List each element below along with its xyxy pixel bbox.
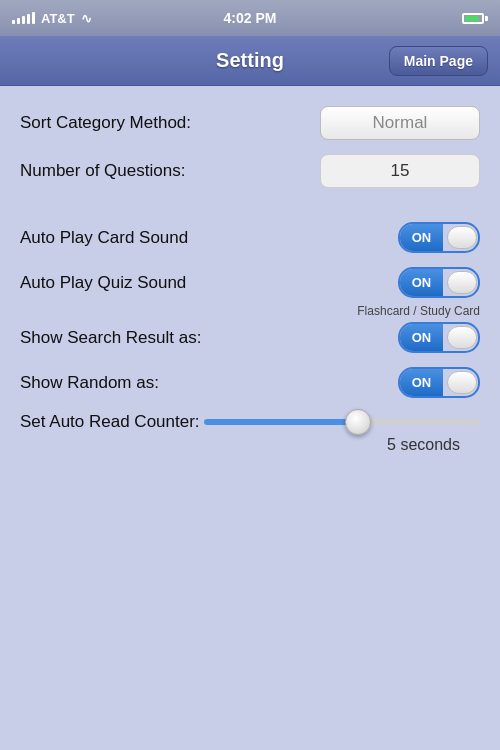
slider-seconds-value: 5 seconds	[20, 436, 460, 454]
show-random-toggle[interactable]: ON	[398, 367, 480, 398]
toggle-on-text: ON	[412, 375, 432, 390]
sort-category-row: Sort Category Method: Normal	[20, 106, 480, 140]
wifi-icon: ∿	[81, 11, 92, 26]
status-right	[462, 13, 488, 24]
toggle-on-section: ON	[400, 224, 443, 251]
num-questions-label: Number of Questions:	[20, 161, 185, 181]
sort-category-label: Sort Category Method:	[20, 113, 191, 133]
auto-play-card-sound-label: Auto Play Card Sound	[20, 228, 188, 248]
auto-play-quiz-sound-label: Auto Play Quiz Sound	[20, 273, 186, 293]
toggle-knob	[447, 371, 477, 394]
toggle-on-section: ON	[400, 324, 443, 351]
auto-play-card-sound-row: Auto Play Card Sound ON	[20, 222, 480, 253]
auto-read-counter-slider[interactable]	[204, 419, 480, 425]
auto-read-counter-row: Set Auto Read Counter:	[20, 412, 480, 432]
show-random-row: Show Random as: ON	[20, 367, 480, 398]
status-left: AT&T ∿	[12, 11, 92, 26]
toggle-knob	[447, 326, 477, 349]
slider-thumb	[345, 409, 371, 435]
show-search-result-label: Show Search Result as:	[20, 328, 201, 348]
status-time: 4:02 PM	[224, 10, 277, 26]
show-random-label: Show Random as:	[20, 373, 159, 393]
battery-icon	[462, 13, 488, 24]
toggle-knob	[447, 226, 477, 249]
nav-bar: Setting Main Page	[0, 36, 500, 86]
num-questions-row: Number of Questions: 15	[20, 154, 480, 188]
auto-play-card-sound-toggle[interactable]: ON	[398, 222, 480, 253]
show-search-result-row: Show Search Result as: ON	[20, 322, 480, 353]
toggle-on-text: ON	[412, 330, 432, 345]
auto-play-quiz-sound-toggle[interactable]: ON	[398, 267, 480, 298]
auto-play-quiz-sound-row: Auto Play Quiz Sound ON	[20, 267, 480, 298]
toggle-on-section: ON	[400, 269, 443, 296]
flashcard-subtitle: Flashcard / Study Card	[20, 304, 480, 318]
toggle-on-text: ON	[412, 230, 432, 245]
show-search-result-toggle[interactable]: ON	[398, 322, 480, 353]
toggle-on-section: ON	[400, 369, 443, 396]
auto-read-counter-label: Set Auto Read Counter:	[20, 412, 200, 432]
toggle-knob	[447, 271, 477, 294]
sort-category-dropdown[interactable]: Normal	[320, 106, 480, 140]
carrier-label: AT&T	[41, 11, 75, 26]
toggle-on-text: ON	[412, 275, 432, 290]
page-title: Setting	[216, 49, 284, 72]
main-page-button[interactable]: Main Page	[389, 46, 488, 76]
settings-content: Sort Category Method: Normal Number of Q…	[0, 86, 500, 464]
num-questions-value[interactable]: 15	[320, 154, 480, 188]
signal-bars-icon	[12, 12, 35, 24]
status-bar: AT&T ∿ 4:02 PM	[0, 0, 500, 36]
